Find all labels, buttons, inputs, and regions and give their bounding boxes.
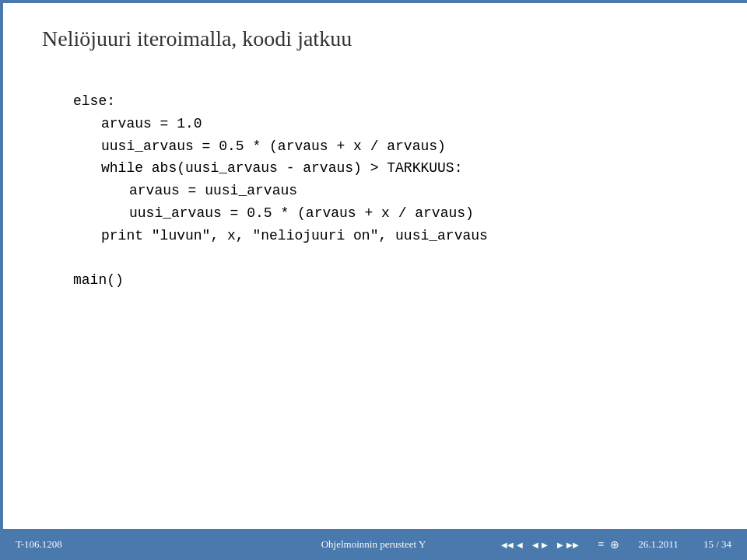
- code-block: else: arvaus = 1.0 uusi_arvaus = 0.5 * (…: [73, 90, 708, 292]
- code-line-main: main(): [73, 269, 708, 292]
- nav-next-group-icon[interactable]: ▶: [557, 541, 563, 549]
- footer-course-name: Ohjelmoinnin perusteet Y: [321, 538, 426, 551]
- footer-page-number: 15 / 34: [703, 538, 731, 551]
- nav-menu-icon[interactable]: ≡: [598, 538, 604, 551]
- slide-content: Neliöjuuri iteroimalla, koodi jatkuu els…: [3, 3, 747, 529]
- code-line-5: arvaus = uusi_arvaus: [73, 180, 708, 202]
- footer-date: 26.1.2011: [638, 538, 679, 551]
- nav-zoom-icon[interactable]: ⊕: [610, 538, 619, 551]
- footer-right-section: ◀◀ ◀ ◀ ▶ ▶ ▶▶ ≡ ⊕ 26.1.2011 15 / 34: [501, 538, 731, 551]
- code-line-3: uusi_arvaus = 0.5 * (arvaus + x / arvaus…: [73, 135, 708, 158]
- code-line-1: else:: [73, 90, 708, 113]
- footer-bar: T-106.1208 Ohjelmoinnin perusteet Y ◀◀ ◀…: [0, 529, 747, 560]
- code-line-2: arvaus = 1.0: [73, 113, 708, 135]
- nav-first-icon[interactable]: ◀◀: [501, 541, 514, 549]
- code-line-7: print "luvun", x, "neliojuuri on", uusi_…: [73, 225, 708, 247]
- code-line-4: while abs(uusi_arvaus - arvaus) > TARKKU…: [73, 157, 708, 180]
- footer-navigation[interactable]: ◀◀ ◀ ◀ ▶ ▶ ▶▶: [501, 541, 579, 549]
- footer-course-code: T-106.1208: [16, 538, 62, 551]
- nav-prev-group-icon[interactable]: ◀: [517, 541, 523, 549]
- nav-prev-icon[interactable]: ◀: [532, 541, 538, 549]
- nav-next-icon[interactable]: ▶: [542, 541, 548, 549]
- code-line-6: uusi_arvaus = 0.5 * (arvaus + x / arvaus…: [73, 202, 708, 225]
- slide-title: Neliöjuuri iteroimalla, koodi jatkuu: [42, 26, 708, 51]
- nav-last-icon[interactable]: ▶▶: [566, 541, 579, 549]
